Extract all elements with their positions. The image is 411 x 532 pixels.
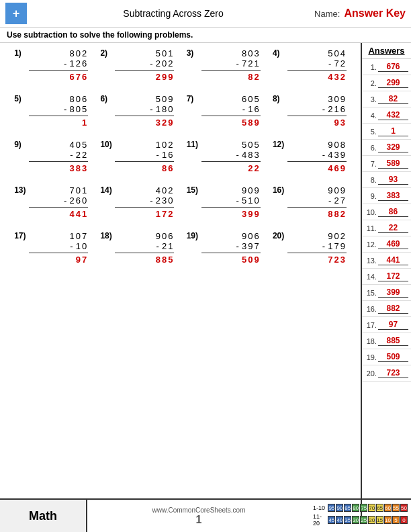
problem-number: 19) — [187, 231, 198, 240]
answer-line-short: 93 — [378, 175, 408, 185]
answer-line — [287, 207, 347, 208]
problem-content: 505 - 483 22 — [201, 140, 261, 173]
subtrahend: 805 — [69, 104, 88, 114]
problem-item: 2) 501 - 202 299 — [100, 48, 174, 82]
minus-sign: - — [236, 241, 239, 251]
problem-content: 906 - 397 509 — [201, 231, 261, 265]
subtrahend-row: - 510 — [201, 195, 261, 206]
problem-number: 11) — [187, 140, 198, 149]
answer-line — [201, 161, 261, 162]
answer-number: 1. — [365, 63, 377, 71]
answer-value: 432 — [386, 110, 400, 120]
problem-content: 107 - 10 97 — [29, 231, 88, 265]
minuend: 309 — [287, 94, 347, 104]
minus-sign: - — [150, 104, 152, 114]
problem-number: 18) — [100, 231, 111, 240]
score-box: 40 — [336, 516, 343, 524]
result: 329 — [115, 118, 174, 128]
minuend: 107 — [29, 231, 88, 241]
answer-item: 9. 383 — [362, 188, 411, 204]
score-box: 90 — [336, 504, 343, 512]
answer-line — [29, 161, 88, 162]
answer-number: 6. — [365, 144, 377, 152]
subtrahend-row: - 16 — [115, 150, 174, 160]
problem-item: 8) 309 - 216 93 — [273, 94, 347, 128]
result: 22 — [201, 163, 261, 173]
subtrahend: 22 — [76, 150, 88, 160]
minus-sign: - — [322, 241, 325, 251]
answer-item: 14. 172 — [362, 269, 411, 285]
score-box: 75 — [360, 504, 367, 512]
minuend: 806 — [29, 94, 88, 104]
minuend: 909 — [201, 185, 261, 195]
answer-value: 172 — [386, 271, 400, 281]
answer-item: 12. 469 — [362, 236, 411, 253]
result: 82 — [201, 72, 261, 82]
problem-content: 102 - 16 86 — [115, 140, 174, 173]
subtrahend: 260 — [69, 195, 88, 206]
answer-number: 13. — [365, 257, 377, 265]
minuend: 701 — [29, 185, 88, 195]
problem-number: 13) — [14, 185, 26, 195]
subtrahend-row: - 72 — [287, 58, 347, 69]
problem-number: 16) — [273, 185, 284, 195]
answer-item: 13. 441 — [362, 253, 411, 269]
answer-line-short: 86 — [378, 207, 408, 217]
subtrahend: 230 — [156, 195, 175, 206]
problem-content: 309 - 216 93 — [287, 94, 347, 128]
score-box: 60 — [384, 504, 392, 512]
result: 723 — [287, 255, 347, 265]
answer-item: 5. 1 — [362, 124, 411, 140]
problem-content: 405 - 22 383 — [29, 140, 88, 173]
problem-number: 14) — [100, 185, 111, 195]
answer-number: 12. — [365, 240, 377, 249]
instructions: Use subtraction to solve the following p… — [0, 28, 411, 43]
minus-sign: - — [70, 241, 73, 251]
answer-value: 441 — [386, 255, 400, 265]
answer-line-short: 432 — [378, 110, 408, 120]
problem-content: 504 - 72 432 — [287, 48, 347, 82]
subtrahend-row: - 202 — [115, 58, 174, 69]
problem-item: 17) 107 - 10 97 — [14, 231, 88, 265]
result: 93 — [287, 118, 347, 128]
answer-number: 5. — [365, 128, 377, 136]
minuend: 908 — [287, 140, 347, 150]
result: 86 — [115, 163, 174, 173]
answer-line-short: 589 — [378, 159, 408, 169]
answer-value: 383 — [386, 191, 400, 200]
score-box: 5 — [392, 516, 400, 524]
minuend: 906 — [201, 231, 261, 241]
problem-item: 16) 909 - 27 882 — [273, 185, 347, 219]
answer-number: 20. — [365, 369, 377, 378]
answer-item: 19. 509 — [362, 349, 411, 365]
answer-line-short: 399 — [378, 287, 408, 298]
logo-icon: + — [5, 3, 27, 24]
answer-line-short: 1 — [378, 126, 408, 136]
answer-line — [201, 253, 261, 253]
subtrahend-row: - 22 — [29, 150, 88, 160]
result: 399 — [201, 209, 261, 219]
answer-line-short: 441 — [378, 255, 408, 265]
score-box: 15 — [376, 516, 383, 524]
problem-content: 909 - 510 399 — [201, 185, 261, 219]
footer-center: www.CommonCoreSheets.com 1 — [87, 500, 310, 532]
answer-number: 16. — [365, 305, 377, 313]
subtrahend-row: - 180 — [115, 104, 174, 114]
problems-row: 17) 107 - 10 97 18) 906 - 21 885 — [8, 231, 353, 265]
answer-value: 882 — [386, 304, 400, 313]
score-row: 1-1095908580757065605550 — [313, 504, 408, 512]
problem-item: 11) 505 - 483 22 — [187, 140, 261, 173]
problem-number: 17) — [14, 231, 26, 240]
score-range-label: 1-10 — [313, 504, 328, 511]
minuend: 509 — [115, 94, 174, 104]
subtrahend: 126 — [69, 58, 88, 69]
problem-content: 803 - 721 82 — [201, 48, 261, 82]
result: 299 — [115, 72, 174, 82]
problems-row: 5) 806 - 805 1 6) 509 - 180 329 — [8, 94, 353, 128]
answer-line — [201, 70, 261, 71]
minus-sign: - — [64, 58, 66, 69]
problem-number: 9) — [14, 140, 21, 149]
problem-item: 15) 909 - 510 399 — [187, 185, 261, 219]
score-box: 80 — [352, 504, 359, 512]
minus-sign: - — [236, 58, 239, 69]
